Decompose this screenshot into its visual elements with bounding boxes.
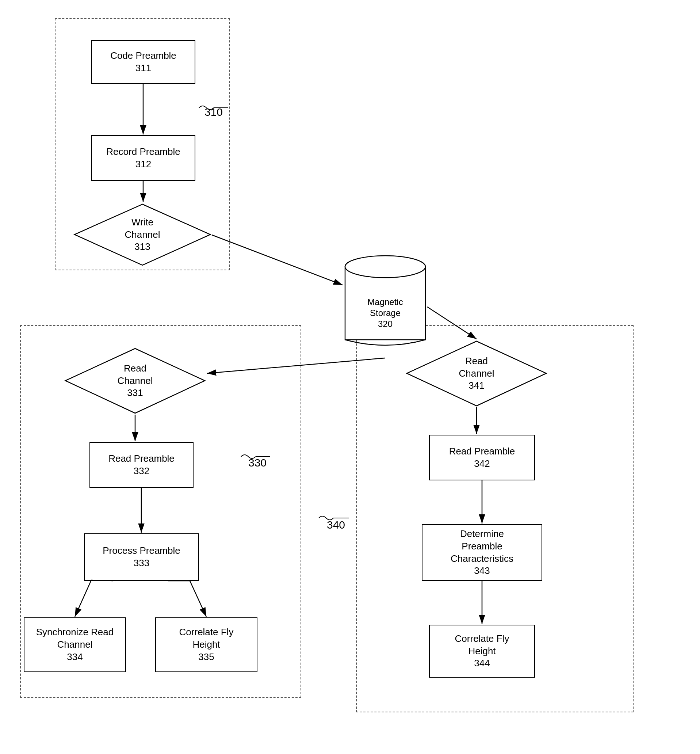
node-313: WriteChannel313 — [73, 203, 212, 267]
node-335: Correlate FlyHeight335 — [155, 617, 258, 672]
group-330-label: 330 — [248, 457, 267, 469]
node-343-label: DeterminePreambleCharacteristics343 — [451, 528, 513, 577]
group-340-label: 340 — [327, 519, 345, 531]
svg-text:Magnetic: Magnetic — [367, 297, 403, 307]
node-343: DeterminePreambleCharacteristics343 — [422, 524, 542, 581]
node-331: ReadChannel331 — [64, 347, 206, 415]
svg-text:320: 320 — [378, 319, 392, 329]
node-333: Process Preamble333 — [84, 533, 199, 581]
svg-point-2 — [345, 256, 425, 278]
node-331-label: ReadChannel331 — [117, 362, 153, 399]
node-335-label: Correlate FlyHeight335 — [179, 626, 234, 663]
node-334: Synchronize ReadChannel334 — [24, 617, 126, 672]
svg-text:Storage: Storage — [370, 308, 401, 318]
node-344: Correlate FlyHeight344 — [429, 625, 535, 677]
diagram: 310 330 340 Code Preamble311 Record Prea… — [0, 0, 700, 754]
node-341: ReadChannel341 — [405, 340, 548, 407]
node-332: Read Preamble332 — [89, 442, 194, 488]
node-342: Read Preamble342 — [429, 435, 535, 480]
node-344-label: Correlate FlyHeight344 — [455, 633, 509, 670]
node-342-label: Read Preamble342 — [449, 445, 515, 470]
node-334-label: Synchronize ReadChannel334 — [36, 626, 114, 663]
svg-line-11 — [212, 235, 342, 285]
node-312-label: Record Preamble312 — [106, 146, 180, 171]
node-333-label: Process Preamble333 — [103, 545, 180, 569]
group-310-label: 310 — [205, 106, 223, 118]
node-311: Code Preamble311 — [91, 40, 195, 84]
node-313-label: WriteChannel313 — [125, 216, 160, 253]
node-312: Record Preamble312 — [91, 135, 195, 181]
node-332-label: Read Preamble332 — [108, 453, 175, 477]
node-341-label: ReadChannel341 — [459, 355, 494, 392]
node-311-label: Code Preamble311 — [110, 50, 177, 75]
